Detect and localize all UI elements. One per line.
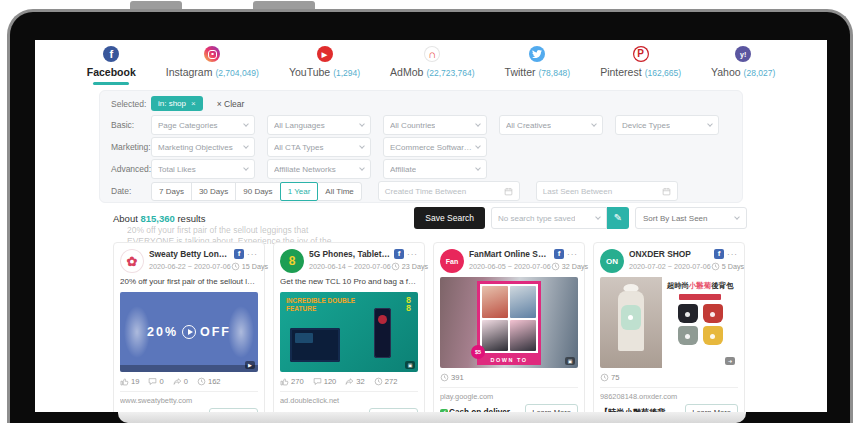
price-badge: $5 (471, 345, 485, 359)
tv-image (290, 328, 340, 362)
date-range-30-days[interactable]: 30 Days (191, 182, 236, 201)
cal-icon (504, 187, 513, 196)
play-icon (182, 325, 196, 339)
thumb-icon (280, 377, 289, 386)
backpack-swatch (703, 304, 723, 323)
ad-stats-row: 391 (440, 372, 578, 383)
clock-icon (440, 373, 449, 382)
facebook-badge-icon: f (234, 249, 244, 259)
stat-value: 391 (451, 373, 464, 382)
creative-text: OFF (200, 325, 231, 339)
ad-creative-image[interactable]: DOWN TO$5▣ (440, 277, 578, 368)
carousel-icon: ➜ (725, 357, 735, 365)
instagram-icon (204, 46, 220, 62)
clear-filters-link[interactable]: × Clear (217, 99, 245, 109)
advertiser-name: ONXDER SHOP (629, 249, 711, 259)
date-range-1-year[interactable]: 1 Year (280, 182, 319, 201)
results-count-text: About 815,360 results (113, 213, 205, 224)
tab-youtube[interactable]: ▶YouTube(1,294) (289, 46, 360, 86)
tab-pinterest[interactable]: PPinterest(162,665) (600, 46, 681, 86)
comment-icon (148, 377, 157, 386)
date-range-90-days[interactable]: 90 Days (235, 182, 280, 201)
cta-button[interactable]: Learn More (685, 404, 738, 412)
advertiser-avatar: Fan (440, 249, 464, 273)
ad-card[interactable]: FanFanMart Online Shopping - F...f···202… (433, 242, 585, 412)
selected-chip[interactable]: in: shop × (151, 96, 203, 111)
stat-value: 120 (324, 377, 337, 386)
sort-dropdown[interactable]: Sort By Last Seen (635, 207, 747, 229)
clock-icon (231, 262, 240, 271)
tab-facebook[interactable]: fFacebook (87, 46, 136, 86)
creative-text: 20% (147, 325, 178, 339)
dropdown-device-types[interactable]: Device Types (615, 115, 719, 135)
card-menu-button[interactable]: ··· (727, 250, 738, 259)
dropdown-page-categories[interactable]: Page Categories (151, 115, 255, 135)
date-range-7-days[interactable]: 7 Days (151, 182, 192, 201)
card-menu-button[interactable]: ··· (247, 250, 258, 259)
dropdown-affiliate[interactable]: Affiliate (383, 159, 487, 179)
ad-card[interactable]: ✿Sweaty Betty London | Wom...f···2020-06… (113, 242, 265, 412)
ad-date-range: 2020-06-05 ~ 2020-07-06 (469, 262, 551, 271)
chevron-down-icon (243, 165, 249, 171)
dropdown-all-languages[interactable]: All Languages (267, 115, 371, 135)
ad-domain: ad.doubleclick.net (280, 391, 418, 405)
date-range-segment: 7 Days30 Days90 Days1 YearAll Time (151, 182, 362, 201)
shoes-collage: DOWN TO$5 (477, 281, 541, 365)
tab-twitter[interactable]: Twitter(78,848) (505, 46, 571, 86)
pinterest-icon: P (633, 46, 649, 62)
chevron-down-icon (359, 121, 365, 127)
stat-value: 270 (291, 377, 304, 386)
chevron-down-icon (734, 214, 740, 220)
dropdown-affiliate-networks[interactable]: Affiliate Networks (267, 159, 371, 179)
dropdown-total-likes[interactable]: Total Likes (151, 159, 255, 179)
model-photo (600, 277, 662, 368)
results-about: About (113, 213, 138, 224)
stat-value: 0 (184, 377, 188, 386)
tab-yahoo[interactable]: y!Yahoo(28,027) (711, 46, 775, 86)
stat-thumb: 19 (120, 377, 139, 386)
ad-domain: play.google.com (440, 387, 578, 401)
share-icon (173, 377, 182, 386)
ad-card[interactable]: ONONXDER SHOPf···2020-07-02 ~ 2020-07-06… (593, 242, 745, 412)
dropdown-all-creatives[interactable]: All Creatives (499, 115, 603, 135)
shoe-thumb (510, 286, 536, 318)
date-input-created-time-between[interactable]: Created Time Between (378, 181, 520, 201)
tab-label: Yahoo (711, 66, 741, 78)
shoe-thumb (482, 286, 508, 318)
chip-remove-icon[interactable]: × (191, 99, 196, 108)
saved-search-dropdown[interactable]: No search type saved (491, 207, 607, 229)
stat-value: 0 (159, 377, 163, 386)
tab-instagram[interactable]: Instagram(2,704,049) (166, 46, 259, 86)
video-type-icon: ▶ (245, 361, 255, 369)
edit-saved-search-button[interactable]: ✎ (607, 207, 629, 229)
dropdown-all-cta-types[interactable]: All CTA Types (267, 137, 371, 157)
card-menu-button[interactable]: ··· (567, 250, 578, 259)
saved-search-placeholder: No search type saved (498, 214, 575, 223)
bird-icon (532, 49, 542, 59)
dropdown-all-countries[interactable]: All Countries (383, 115, 487, 135)
save-search-button[interactable]: Save Search (414, 207, 485, 229)
backpack-swatch (678, 326, 698, 345)
ad-card[interactable]: 85G Phones, Tablets & SIMs | ...f···2020… (273, 242, 425, 412)
ad-days-running: 15 Days (231, 262, 268, 271)
ad-creative-video[interactable]: 20%OFF▶ (120, 292, 258, 372)
facebook-badge-icon: f (554, 249, 564, 259)
ad-creative-image[interactable]: 超時尚小雛菊後背包➜ (600, 277, 738, 368)
ad-creative-image[interactable]: INCREDIBLE DOUBLE FEATURE88▣ (280, 292, 418, 372)
tab-count: (28,027) (744, 68, 776, 78)
cta-button[interactable]: Learn More (525, 404, 578, 412)
cal-icon (662, 187, 671, 196)
date-range-all-time[interactable]: All Time (317, 182, 361, 201)
advertiser-name: FanMart Online Shopping - F... (469, 249, 551, 259)
facebook-badge-icon: f (394, 249, 404, 259)
clock-icon (551, 262, 560, 271)
tab-count: (22,723,764) (426, 68, 474, 78)
dropdown-marketing-objectives[interactable]: Marketing Objectives (151, 137, 255, 157)
card-menu-button[interactable]: ··· (407, 250, 418, 259)
backpack-swatch (703, 326, 723, 345)
dropdown-ecommerce-softwares[interactable]: ECommerce Softwares (383, 137, 487, 157)
ad-stats-row: 27012032272 (280, 376, 418, 387)
admob-icon: ∩ (424, 46, 440, 62)
date-input-last-seen-between[interactable]: Last Seen Between (536, 181, 678, 201)
tab-admob[interactable]: ∩AdMob(22,723,764) (390, 46, 474, 86)
